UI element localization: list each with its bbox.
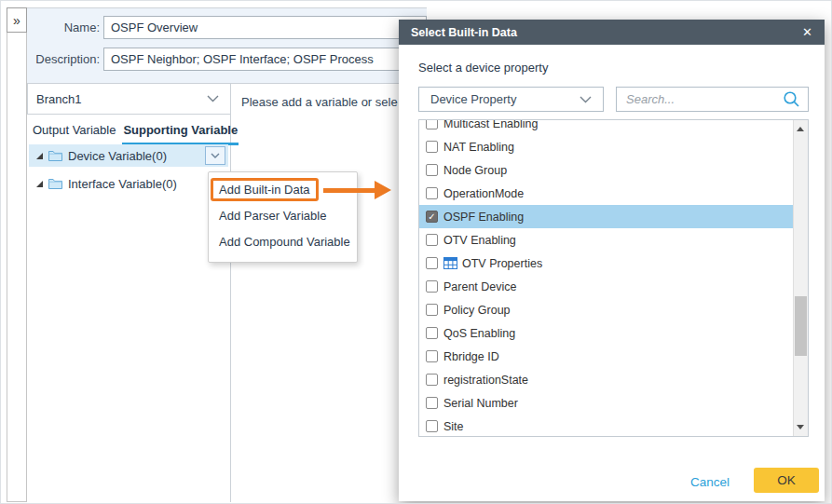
checkbox[interactable]: [426, 374, 438, 386]
variable-tab[interactable]: Supporting Variable: [122, 118, 239, 145]
checkbox[interactable]: [426, 397, 438, 409]
search-box: [616, 87, 809, 112]
property-list-row[interactable]: Serial Number: [419, 391, 793, 415]
name-label: Name:: [29, 20, 100, 34]
description-input[interactable]: [103, 48, 427, 71]
checkbox[interactable]: [426, 327, 438, 339]
list-item-label: registrationState: [443, 374, 528, 387]
checkbox[interactable]: [426, 141, 438, 153]
variable-tree: Device Variable(0) Interface Variable(0): [29, 144, 228, 200]
dialog-header[interactable]: Select Built-in Data ✕: [399, 20, 825, 45]
branch-selector[interactable]: Branch1: [27, 83, 231, 115]
variable-tabs: Output Variable Supporting Variable: [27, 118, 239, 145]
menu-item-label: Add Parser Variable: [219, 209, 326, 223]
checkbox[interactable]: [426, 280, 438, 293]
property-list-row[interactable]: registrationState: [419, 368, 793, 391]
check-icon: ✓: [428, 212, 435, 222]
empty-hint-text: Please add a variable or select: [241, 95, 398, 109]
tree-row-label: Device Variable(0): [68, 149, 167, 163]
property-list-row[interactable]: NAT Enabling: [419, 135, 793, 158]
checkbox[interactable]: [426, 257, 438, 269]
property-list-row[interactable]: Policy Group: [419, 298, 793, 321]
scrollbar-thumb[interactable]: [795, 296, 807, 356]
tab-label: Supporting Variable: [123, 123, 238, 137]
tab-label: Output Variable: [33, 123, 116, 137]
property-list-row[interactable]: Node Group: [419, 158, 793, 182]
description-label: Description:: [29, 52, 100, 66]
menu-item-label: Add Built-in Data: [211, 178, 319, 201]
list-item-label: QoS Enabling: [443, 327, 515, 340]
double-chevron-right-icon: »: [13, 13, 20, 28]
dialog-subtitle: Select a device property: [418, 61, 548, 75]
checkbox[interactable]: [426, 234, 438, 246]
context-menu-item[interactable]: Add Parser Variable: [209, 204, 357, 228]
annotation-arrow-icon: [323, 181, 392, 199]
tree-row-menu-button[interactable]: [205, 146, 225, 165]
list-item-label: Parent Device: [443, 280, 517, 293]
menu-item-label: Add Compound Variable: [219, 235, 350, 249]
dialog-title: Select Built-in Data: [411, 26, 517, 39]
expand-panel-button[interactable]: »: [7, 7, 27, 33]
select-built-in-data-dialog: Select Built-in Data ✕ Select a device p…: [399, 20, 825, 501]
name-input[interactable]: [103, 16, 427, 39]
list-item-label: Rbridge ID: [443, 350, 499, 363]
tree-expanded-triangle-icon[interactable]: [36, 181, 43, 187]
list-item-label: OperationMode: [443, 187, 524, 200]
tree-row[interactable]: Interface Variable(0): [29, 172, 228, 195]
ok-button[interactable]: OK: [754, 468, 819, 493]
chevron-down-icon: [580, 96, 592, 103]
tree-row[interactable]: Device Variable(0): [29, 144, 228, 167]
list-item-label: Site: [443, 420, 464, 433]
variable-tab[interactable]: Output Variable: [32, 118, 116, 145]
app-window: » Name: Description: Branch1 Please add …: [0, 0, 832, 504]
close-icon[interactable]: ✕: [802, 26, 812, 38]
chevron-down-icon: [207, 95, 219, 102]
property-list-row[interactable]: QoS Enabling: [419, 321, 793, 345]
property-list-row[interactable]: Rbridge ID: [419, 345, 793, 368]
table-icon: [443, 257, 457, 269]
device-property-dropdown-value: Device Property: [430, 92, 516, 106]
device-property-dropdown[interactable]: Device Property: [418, 87, 604, 112]
left-collapse-rail: [7, 7, 27, 502]
scrollbar[interactable]: [793, 120, 808, 436]
property-list-row[interactable]: ✓ OSPF Enabling: [419, 205, 793, 228]
list-item-label: OTV Enabling: [443, 234, 516, 247]
folder-icon: [48, 150, 62, 161]
list-item-label: Multicast Enabling: [443, 120, 538, 130]
property-list-row[interactable]: Site: [419, 415, 793, 436]
property-list-row[interactable]: Multicast Enabling: [419, 120, 793, 135]
checkbox[interactable]: [426, 120, 438, 129]
list-item-label: OTV Properties: [462, 257, 542, 270]
property-list-box: Multicast Enabling NAT Enabling Node Gro…: [418, 119, 809, 437]
checkbox[interactable]: ✓: [426, 211, 438, 223]
branch-selector-value: Branch1: [36, 92, 81, 106]
context-menu-item[interactable]: Add Compound Variable: [209, 230, 357, 254]
checkbox[interactable]: [426, 164, 438, 176]
scroll-up-icon[interactable]: [797, 127, 804, 131]
tree-row-label: Interface Variable(0): [68, 177, 177, 191]
search-icon[interactable]: [783, 90, 800, 108]
scroll-down-icon[interactable]: [797, 425, 804, 429]
checkbox[interactable]: [426, 350, 438, 362]
chevron-down-icon: [211, 153, 220, 158]
folder-icon: [48, 178, 62, 189]
cancel-button[interactable]: Cancel: [690, 475, 730, 489]
checkbox[interactable]: [426, 304, 438, 316]
property-list-row[interactable]: OTV Properties: [419, 252, 793, 275]
list-item-label: Node Group: [443, 164, 507, 177]
property-list-row[interactable]: Parent Device: [419, 275, 793, 298]
header-form-panel: Name: Description:: [27, 7, 427, 83]
list-item-label: Serial Number: [443, 397, 518, 410]
list-item-label: NAT Enabling: [443, 141, 514, 154]
property-list: Multicast Enabling NAT Enabling Node Gro…: [419, 120, 793, 436]
list-item-label: OSPF Enabling: [443, 211, 524, 224]
tree-expanded-triangle-icon[interactable]: [36, 153, 43, 159]
variable-detail-panel: Please add a variable or select: [230, 83, 427, 502]
search-input[interactable]: [617, 88, 783, 111]
checkbox[interactable]: [426, 420, 438, 432]
list-item-label: Policy Group: [443, 304, 511, 317]
checkbox[interactable]: [426, 187, 438, 199]
property-list-row[interactable]: OTV Enabling: [419, 228, 793, 252]
property-list-row[interactable]: OperationMode: [419, 182, 793, 205]
